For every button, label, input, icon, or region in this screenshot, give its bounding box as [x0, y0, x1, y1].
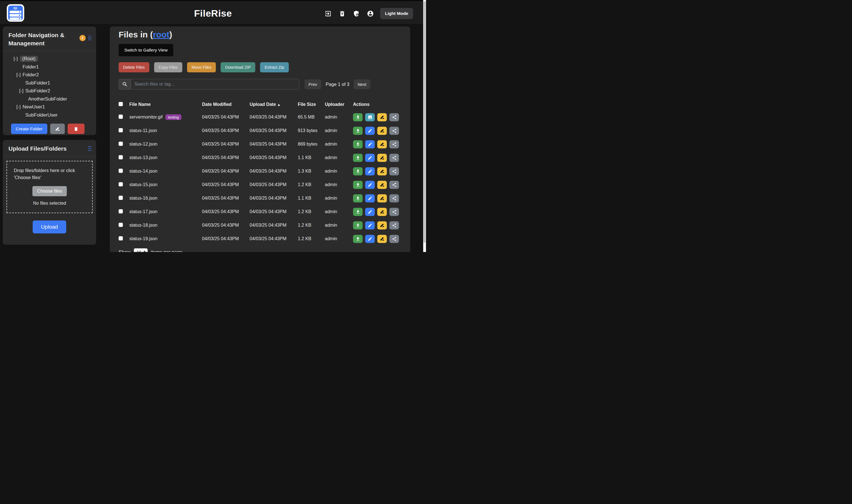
- drag-handle-icon[interactable]: [88, 36, 92, 40]
- scrollbar-thumb[interactable]: [423, 1, 426, 243]
- edit-button[interactable]: [365, 221, 375, 230]
- rename-folder-button[interactable]: [50, 124, 65, 134]
- filerise-app: FileRise Light Mode Folder Navigation & …: [0, 0, 426, 252]
- download-button[interactable]: [353, 194, 363, 202]
- rename-button[interactable]: [377, 140, 387, 148]
- share-button[interactable]: [389, 113, 399, 121]
- column-header-file-name[interactable]: File Name: [129, 102, 202, 107]
- share-button[interactable]: [389, 167, 399, 175]
- edit-button[interactable]: [365, 194, 375, 202]
- edit-button[interactable]: [365, 167, 375, 175]
- share-button[interactable]: [389, 208, 399, 216]
- download-button[interactable]: [353, 167, 363, 175]
- download-button[interactable]: [353, 127, 363, 135]
- search-input[interactable]: [131, 79, 299, 90]
- light-mode-toggle[interactable]: Light Mode: [380, 8, 413, 19]
- tree-item-folder1[interactable]: Folder1: [3, 63, 92, 71]
- rename-button[interactable]: [377, 221, 387, 230]
- file-dropzone[interactable]: Drop files/folders here or click 'Choose…: [6, 161, 93, 213]
- logout-button[interactable]: [324, 9, 332, 18]
- tree-item-root[interactable]: [-](Root): [3, 55, 92, 63]
- tree-collapse-toggle[interactable]: [-]: [19, 88, 25, 94]
- share-button[interactable]: [389, 181, 399, 189]
- row-checkbox[interactable]: [119, 155, 123, 159]
- download-button[interactable]: [353, 181, 363, 189]
- create-folder-button[interactable]: Create Folder: [11, 124, 47, 134]
- root-folder-link[interactable]: root: [153, 30, 169, 39]
- rename-button[interactable]: [377, 127, 387, 135]
- rename-button[interactable]: [377, 167, 387, 175]
- edit-button[interactable]: [365, 208, 375, 216]
- row-checkbox[interactable]: [119, 196, 123, 200]
- upload-button[interactable]: Upload: [33, 220, 66, 233]
- edit-button[interactable]: [365, 127, 375, 135]
- download-zip-button[interactable]: Download ZIP: [221, 62, 255, 72]
- column-header-uploader[interactable]: Uploader: [325, 102, 353, 107]
- column-header-date-modified[interactable]: Date Modified: [202, 102, 250, 107]
- column-header-upload-date[interactable]: Upload Date▲: [250, 102, 298, 107]
- row-checkbox[interactable]: [119, 236, 123, 240]
- column-header-file-size[interactable]: File Size: [298, 102, 325, 107]
- rename-button[interactable]: [377, 235, 387, 243]
- delete-folder-button[interactable]: [68, 124, 85, 134]
- tree-collapse-toggle[interactable]: [-]: [14, 56, 20, 62]
- share-button[interactable]: [389, 154, 399, 162]
- rename-button[interactable]: [377, 208, 387, 216]
- tree-item-subfolder1[interactable]: SubFolder1: [3, 79, 92, 87]
- move-files-button[interactable]: Move Files: [187, 62, 216, 72]
- rename-button[interactable]: [377, 194, 387, 202]
- account-button[interactable]: [366, 9, 375, 18]
- share-icon: [392, 156, 397, 160]
- upload-date: 04/03/25 04:43PM: [250, 209, 298, 214]
- download-button[interactable]: [353, 221, 363, 230]
- rename-button[interactable]: [377, 113, 387, 121]
- share-button[interactable]: [389, 194, 399, 202]
- rename-button[interactable]: [377, 181, 387, 189]
- tree-item-subfolder2[interactable]: [-]SubFolder2: [3, 87, 92, 95]
- drag-handle-icon[interactable]: [88, 146, 92, 151]
- download-button[interactable]: [353, 113, 363, 121]
- row-checkbox[interactable]: [119, 223, 123, 227]
- rename-pen-icon: [380, 182, 385, 187]
- edit-button[interactable]: [365, 154, 375, 162]
- extract-zip-button[interactable]: Extract Zip: [260, 62, 289, 72]
- row-checkbox[interactable]: [119, 182, 123, 186]
- prev-page-button[interactable]: Prev: [305, 79, 321, 89]
- admin-panel-button[interactable]: [352, 9, 360, 18]
- row-checkbox[interactable]: [119, 169, 123, 173]
- preview-button[interactable]: [365, 113, 375, 121]
- trash-restore-button[interactable]: [338, 9, 346, 18]
- page-scrollbar[interactable]: [423, 0, 426, 252]
- share-button[interactable]: [389, 127, 399, 135]
- share-button[interactable]: [389, 221, 399, 230]
- tree-item-folder2[interactable]: [-]Folder2: [3, 71, 92, 79]
- search-button[interactable]: [119, 79, 131, 90]
- edit-button[interactable]: [365, 140, 375, 148]
- tree-collapse-toggle[interactable]: [-]: [16, 104, 22, 110]
- select-all-checkbox[interactable]: [119, 102, 123, 106]
- rename-button[interactable]: [377, 154, 387, 162]
- download-button[interactable]: [353, 140, 363, 148]
- download-button[interactable]: [353, 208, 363, 216]
- share-button[interactable]: [389, 235, 399, 243]
- copy-files-button[interactable]: Copy Files: [154, 62, 182, 72]
- edit-button[interactable]: [365, 181, 375, 189]
- download-button[interactable]: [353, 154, 363, 162]
- info-icon[interactable]: i: [80, 35, 86, 41]
- row-checkbox[interactable]: [119, 128, 123, 132]
- switch-gallery-view-button[interactable]: Switch to Gallery View: [119, 44, 173, 56]
- tree-item-newuser1[interactable]: [-]NewUser1: [3, 103, 92, 111]
- share-button[interactable]: [389, 140, 399, 148]
- tree-collapse-toggle[interactable]: [-]: [16, 72, 22, 78]
- row-checkbox[interactable]: [119, 209, 123, 213]
- choose-files-button[interactable]: Choose files: [32, 186, 67, 196]
- next-page-button[interactable]: Next: [353, 79, 370, 89]
- row-checkbox[interactable]: [119, 114, 123, 119]
- edit-button[interactable]: [365, 235, 375, 243]
- row-checkbox[interactable]: [119, 142, 123, 146]
- tree-item-anothersubfolder[interactable]: AnotherSubFolder: [3, 95, 92, 103]
- delete-files-button[interactable]: Delete Files: [119, 62, 149, 72]
- items-per-page-select[interactable]: 10: [134, 248, 148, 252]
- tree-item-subfolderuser[interactable]: SubFolderUser: [3, 111, 92, 120]
- download-button[interactable]: [353, 235, 363, 243]
